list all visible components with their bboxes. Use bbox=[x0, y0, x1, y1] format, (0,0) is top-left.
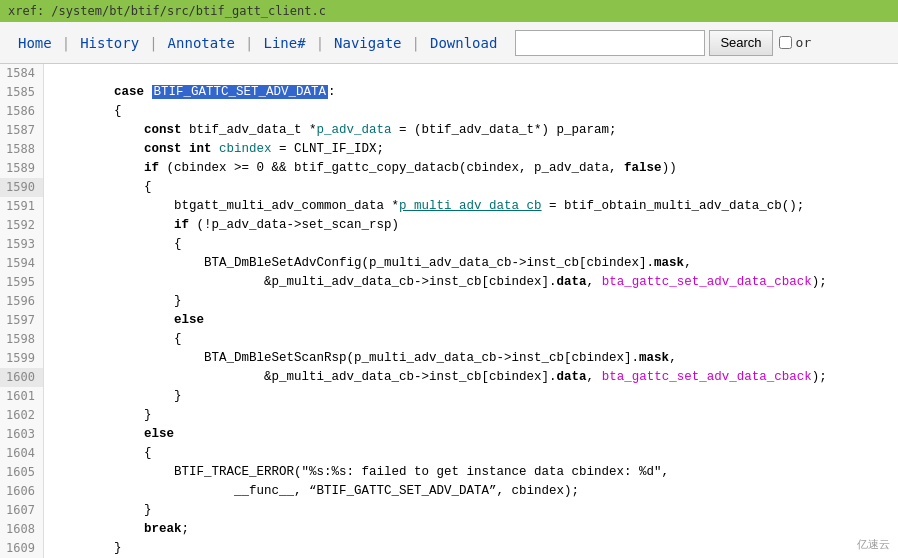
line-number: 1586 bbox=[0, 102, 44, 121]
line-code: else bbox=[44, 311, 204, 330]
line-number: 1597 bbox=[0, 311, 44, 330]
line-code bbox=[44, 64, 54, 83]
line-number: 1599 bbox=[0, 349, 44, 368]
table-row: 1590 { bbox=[0, 178, 898, 197]
line-number: 1589 bbox=[0, 159, 44, 178]
line-code: } bbox=[44, 387, 182, 406]
table-row: 1605 BTIF_TRACE_ERROR("%s:%s: failed to … bbox=[0, 463, 898, 482]
line-number: 1595 bbox=[0, 273, 44, 292]
table-row: 1592 if (!p_adv_data->set_scan_rsp) bbox=[0, 216, 898, 235]
line-code: { bbox=[44, 235, 182, 254]
table-row: 1584 bbox=[0, 64, 898, 83]
table-row: 1588 const int cbindex = CLNT_IF_IDX; bbox=[0, 140, 898, 159]
line-number: 1603 bbox=[0, 425, 44, 444]
nav-bar: Home | History | Annotate | Line# | Navi… bbox=[0, 22, 898, 64]
nav-annotate[interactable]: Annotate bbox=[158, 27, 245, 59]
table-row: 1593 { bbox=[0, 235, 898, 254]
table-row: 1594 BTA_DmBleSetAdvConfig(p_multi_adv_d… bbox=[0, 254, 898, 273]
line-code: if (cbindex >= 0 && btif_gattc_copy_data… bbox=[44, 159, 677, 178]
table-row: 1609 } bbox=[0, 539, 898, 558]
line-code: } bbox=[44, 539, 122, 558]
table-row: 1596 } bbox=[0, 292, 898, 311]
table-row: 1599 BTA_DmBleSetScanRsp(p_multi_adv_dat… bbox=[0, 349, 898, 368]
table-row: 1607 } bbox=[0, 501, 898, 520]
line-number: 1594 bbox=[0, 254, 44, 273]
table-row: 1591 btgatt_multi_adv_common_data *p_mul… bbox=[0, 197, 898, 216]
line-code: } bbox=[44, 292, 182, 311]
line-number: 1596 bbox=[0, 292, 44, 311]
line-code: const int cbindex = CLNT_IF_IDX; bbox=[44, 140, 384, 159]
search-checkbox[interactable] bbox=[779, 36, 792, 49]
line-code: &p_multi_adv_data_cb->inst_cb[cbindex].d… bbox=[44, 273, 827, 292]
table-row: 1606 __func__, “BTIF_GATTC_SET_ADV_DATA”… bbox=[0, 482, 898, 501]
table-row: 1597 else bbox=[0, 311, 898, 330]
table-row: 1604 { bbox=[0, 444, 898, 463]
line-code: BTIF_TRACE_ERROR("%s:%s: failed to get i… bbox=[44, 463, 669, 482]
line-number: 1588 bbox=[0, 140, 44, 159]
line-code: case BTIF_GATTC_SET_ADV_DATA: bbox=[44, 83, 336, 102]
top-bar: xref: /system/bt/btif/src/btif_gatt_clie… bbox=[0, 0, 898, 22]
line-number: 1609 bbox=[0, 539, 44, 558]
line-code: __func__, “BTIF_GATTC_SET_ADV_DATA”, cbi… bbox=[44, 482, 579, 501]
line-number: 1604 bbox=[0, 444, 44, 463]
table-row: 1601 } bbox=[0, 387, 898, 406]
table-row: 1587 const btif_adv_data_t *p_adv_data =… bbox=[0, 121, 898, 140]
line-code: { bbox=[44, 444, 152, 463]
nav-history[interactable]: History bbox=[70, 27, 149, 59]
line-code: break; bbox=[44, 520, 189, 539]
line-number: 1584 bbox=[0, 64, 44, 83]
nav-lineno[interactable]: Line# bbox=[253, 27, 315, 59]
line-number: 1606 bbox=[0, 482, 44, 501]
line-number: 1600 bbox=[0, 368, 44, 387]
nav-home[interactable]: Home bbox=[8, 27, 62, 59]
line-code: { bbox=[44, 330, 182, 349]
line-number: 1598 bbox=[0, 330, 44, 349]
line-code: const btif_adv_data_t *p_adv_data = (bti… bbox=[44, 121, 617, 140]
breadcrumb: xref: /system/bt/btif/src/btif_gatt_clie… bbox=[8, 4, 326, 18]
line-code: else bbox=[44, 425, 174, 444]
line-number: 1587 bbox=[0, 121, 44, 140]
line-number: 1608 bbox=[0, 520, 44, 539]
line-code: BTA_DmBleSetScanRsp(p_multi_adv_data_cb-… bbox=[44, 349, 677, 368]
table-row: 1598 { bbox=[0, 330, 898, 349]
table-row: 1585 case BTIF_GATTC_SET_ADV_DATA: bbox=[0, 83, 898, 102]
line-code: &p_multi_adv_data_cb->inst_cb[cbindex].d… bbox=[44, 368, 827, 387]
table-row: 1586 { bbox=[0, 102, 898, 121]
table-row: 1603 else bbox=[0, 425, 898, 444]
line-code: } bbox=[44, 406, 152, 425]
line-code: BTA_DmBleSetAdvConfig(p_multi_adv_data_c… bbox=[44, 254, 692, 273]
line-number: 1591 bbox=[0, 197, 44, 216]
line-number: 1601 bbox=[0, 387, 44, 406]
line-code: } bbox=[44, 501, 152, 520]
line-code: btgatt_multi_adv_common_data *p_multi_ad… bbox=[44, 197, 804, 216]
line-number: 1602 bbox=[0, 406, 44, 425]
line-number: 1585 bbox=[0, 83, 44, 102]
line-code: if (!p_adv_data->set_scan_rsp) bbox=[44, 216, 399, 235]
table-row: 1595 &p_multi_adv_data_cb->inst_cb[cbind… bbox=[0, 273, 898, 292]
nav-download[interactable]: Download bbox=[420, 27, 507, 59]
table-row: 1589 if (cbindex >= 0 && btif_gattc_copy… bbox=[0, 159, 898, 178]
watermark: 亿速云 bbox=[857, 537, 890, 552]
line-code: { bbox=[44, 178, 152, 197]
table-row: 1600 &p_multi_adv_data_cb->inst_cb[cbind… bbox=[0, 368, 898, 387]
checkbox-label: or bbox=[796, 35, 812, 50]
code-area: 1584 1585 case BTIF_GATTC_SET_ADV_DATA: … bbox=[0, 64, 898, 558]
table-row: 1608 break; bbox=[0, 520, 898, 539]
search-input[interactable] bbox=[515, 30, 705, 56]
line-code: { bbox=[44, 102, 122, 121]
table-row: 1602 } bbox=[0, 406, 898, 425]
search-button[interactable]: Search bbox=[709, 30, 772, 56]
line-number: 1590 bbox=[0, 178, 44, 197]
line-number: 1592 bbox=[0, 216, 44, 235]
line-number: 1607 bbox=[0, 501, 44, 520]
line-number: 1593 bbox=[0, 235, 44, 254]
line-number: 1605 bbox=[0, 463, 44, 482]
nav-navigate[interactable]: Navigate bbox=[324, 27, 411, 59]
